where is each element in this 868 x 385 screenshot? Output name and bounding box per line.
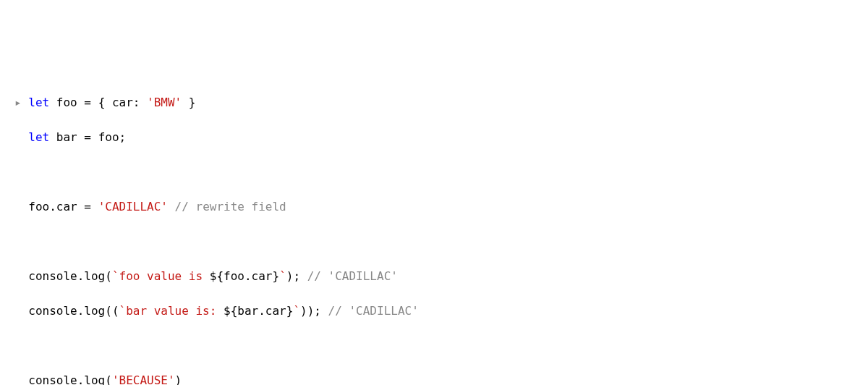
- dot: .: [77, 269, 85, 283]
- property-car: car: [265, 304, 286, 318]
- expr-open: ${: [210, 269, 224, 283]
- brace-open: {: [98, 96, 112, 109]
- string-cadillac: 'CADILLAC': [98, 200, 168, 213]
- property-car: car: [252, 269, 273, 283]
- code-line-1: ▸ let foo = { car: 'BMW' }: [14, 94, 854, 111]
- backtick: `: [279, 269, 286, 283]
- paren-open: (: [105, 269, 112, 283]
- string-bmw: 'BMW': [147, 96, 182, 109]
- brace-close: }: [182, 96, 195, 109]
- expr-close: }: [286, 304, 294, 318]
- console-object: console: [28, 373, 77, 385]
- indent: [14, 373, 28, 385]
- template-text: bar value is:: [126, 304, 224, 318]
- identifier-foo: foo: [98, 130, 119, 144]
- space: [300, 269, 307, 283]
- dot: .: [258, 304, 265, 318]
- colon: :: [133, 96, 147, 109]
- code-block: ▸ let foo = { car: 'BMW' } let bar = foo…: [14, 77, 854, 385]
- method-log: log: [84, 304, 105, 318]
- paren-close: );: [286, 269, 300, 283]
- code-line-4: foo.car = 'CADILLAC' // rewrite field: [14, 198, 854, 216]
- dot: .: [77, 373, 85, 385]
- console-object: console: [28, 304, 77, 318]
- blank-line: [14, 337, 854, 355]
- method-log: log: [84, 373, 105, 385]
- code-line-2: let bar = foo;: [14, 129, 854, 146]
- paren-open: (: [105, 373, 112, 385]
- keyword-let: let: [28, 96, 49, 109]
- expr-close: }: [272, 269, 279, 283]
- identifier-foo: foo: [28, 200, 49, 213]
- backtick: `: [112, 269, 119, 283]
- identifier-foo: foo: [56, 96, 77, 109]
- identifier-bar: bar: [237, 304, 258, 318]
- comment-cadillac: // 'CADILLAC': [307, 269, 398, 283]
- backtick: `: [119, 304, 127, 318]
- indent: [14, 130, 28, 144]
- code-line-9: console.log('BECAUSE'): [14, 372, 854, 385]
- semicolon: ;: [119, 130, 127, 144]
- equals: =: [77, 130, 98, 144]
- blank-line: [14, 233, 854, 250]
- paren-close: ): [175, 373, 182, 385]
- identifier-bar: bar: [56, 130, 77, 144]
- indent: [14, 200, 28, 213]
- equals: =: [77, 96, 98, 109]
- method-log: log: [84, 269, 105, 283]
- indent: [14, 304, 28, 318]
- identifier-foo: foo: [224, 269, 244, 283]
- code-line-7: console.log((`bar value is: ${bar.car}`)…: [14, 302, 854, 320]
- paren-open: ((: [105, 304, 119, 318]
- prompt-marker: ▸: [14, 96, 28, 109]
- property-car: car: [112, 96, 133, 109]
- expr-open: ${: [224, 304, 237, 318]
- template-text: foo value is: [119, 269, 210, 283]
- paren-close: ));: [300, 304, 321, 318]
- code-line-6: console.log(`foo value is ${foo.car}`); …: [14, 268, 854, 285]
- keyword-let: let: [28, 130, 49, 144]
- blank-line: [14, 164, 854, 181]
- property-car: car: [56, 200, 77, 213]
- space: [321, 304, 328, 318]
- dot: .: [77, 304, 85, 318]
- string-because: 'BECAUSE': [112, 373, 175, 385]
- dot: .: [244, 269, 252, 283]
- space: [168, 200, 175, 213]
- equals: =: [77, 200, 98, 213]
- comment-cadillac: // 'CADILLAC': [328, 304, 419, 318]
- indent: [14, 269, 28, 283]
- comment-rewrite: // rewrite field: [175, 200, 286, 213]
- dot: .: [49, 200, 56, 213]
- backtick: `: [293, 304, 300, 318]
- console-object: console: [28, 269, 77, 283]
